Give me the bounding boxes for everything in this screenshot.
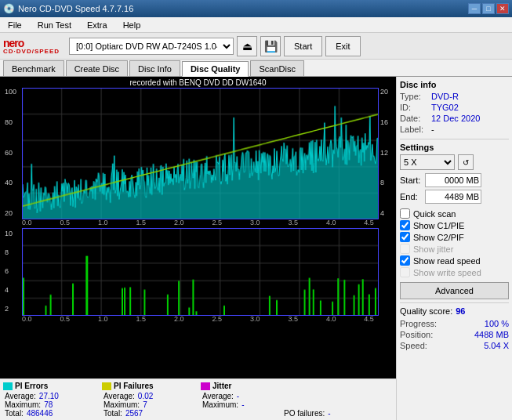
disc-id-label: ID: xyxy=(400,103,428,112)
disc-type-value: DVD-R xyxy=(431,92,459,101)
pi-total-value: 486446 xyxy=(27,409,53,418)
show-c2-label: Show C2/PIF xyxy=(413,233,464,242)
pi-errors-color xyxy=(3,382,13,390)
disc-label-row: Label: - xyxy=(400,125,509,134)
drive-dropdown[interactable]: [0:0] Optiarc DVD RW AD-7240S 1.04 xyxy=(69,38,234,55)
show-jitter-row: Show jitter xyxy=(400,244,509,254)
disc-date-row: Date: 12 Dec 2020 xyxy=(400,114,509,123)
end-row: End: xyxy=(400,190,509,204)
pi-errors-header: PI Errors xyxy=(3,382,97,390)
speed-stat-value: 5.04 X xyxy=(484,341,509,350)
pi-avg-label: Average: xyxy=(5,392,36,400)
quick-scan-label: Quick scan xyxy=(413,209,456,219)
jitter-max-value: - xyxy=(241,400,244,409)
pi-max-value: 78 xyxy=(44,400,53,409)
tab-disc-quality[interactable]: Disc Quality xyxy=(182,61,249,77)
nero-logo: nero CD·DVD/SPEED xyxy=(3,38,60,55)
divider-2 xyxy=(400,302,509,303)
show-write-speed-checkbox xyxy=(400,267,410,277)
pi-failures-stats: Average: 0.02 Maximum: 7 Total: 2567 xyxy=(102,392,196,418)
menu-run-test[interactable]: Run Test xyxy=(33,20,76,31)
jitter-max-label: Maximum: xyxy=(202,400,238,409)
progress-value: 100 % xyxy=(485,319,509,328)
show-c2-checkbox[interactable] xyxy=(400,232,410,242)
lower-chart-canvas xyxy=(22,228,379,316)
upper-chart: 100 80 60 40 20 20 16 12 8 4 xyxy=(3,88,393,217)
end-field-label: End: xyxy=(400,192,422,201)
quick-scan-row: Quick scan xyxy=(400,208,509,219)
lower-y-labels: 10 8 6 4 2 xyxy=(3,228,22,314)
start-row: Start: xyxy=(400,173,509,187)
minimize-button[interactable]: ─ xyxy=(468,3,481,14)
maximize-button[interactable]: □ xyxy=(482,3,495,14)
disc-type-label: Type: xyxy=(400,92,428,101)
disc-date-label: Date: xyxy=(400,114,428,123)
chart-section: recorded with BENQ DVD DD DW1640 100 80 … xyxy=(0,77,396,420)
show-write-speed-row: Show write speed xyxy=(400,267,509,277)
start-input[interactable] xyxy=(425,173,481,187)
jitter-stats: Average: - Maximum: - xyxy=(201,392,279,409)
tab-benchmark[interactable]: Benchmark xyxy=(3,60,64,76)
settings-title: Settings xyxy=(400,143,509,152)
jitter-legend: Jitter Average: - Maximum: - xyxy=(201,382,279,418)
end-input[interactable] xyxy=(425,190,481,204)
save-button[interactable]: 💾 xyxy=(260,36,281,56)
quality-score-row: Quality score: 96 xyxy=(400,306,509,316)
upper-y-labels-left: 100 80 60 40 20 xyxy=(3,88,22,217)
show-c2-row: Show C2/PIF xyxy=(400,232,509,242)
show-read-speed-checkbox[interactable] xyxy=(400,255,410,266)
tab-disc-info[interactable]: Disc Info xyxy=(129,60,180,76)
progress-label: Progress: xyxy=(400,319,437,328)
tab-bar: Benchmark Create Disc Disc Info Disc Qua… xyxy=(0,60,512,77)
jitter-avg-value: - xyxy=(237,392,239,400)
pi-failures-legend: PI Failures Average: 0.02 Maximum: 7 Tot… xyxy=(102,382,196,418)
pi-failures-label: PI Failures xyxy=(114,382,154,390)
legend-area: PI Errors Average: 27.10 Maximum: 78 Tot… xyxy=(0,378,396,420)
menu-file[interactable]: File xyxy=(3,20,27,31)
close-button[interactable]: ✕ xyxy=(496,3,509,14)
exit-button[interactable]: Exit xyxy=(325,36,360,56)
start-button[interactable]: Start xyxy=(284,36,322,56)
toolbar: nero CD·DVD/SPEED [0:0] Optiarc DVD RW A… xyxy=(0,33,512,60)
pif-total-value: 2567 xyxy=(125,409,143,418)
advanced-button[interactable]: Advanced xyxy=(400,282,509,299)
pif-avg-label: Average: xyxy=(103,392,135,400)
quality-score-value: 96 xyxy=(456,306,465,316)
show-c1-checkbox[interactable] xyxy=(400,220,410,230)
show-read-speed-row: Show read speed xyxy=(400,255,509,266)
speed-setting-row: 5 X Maximum 1 X 2 X 4 X 8 X ↺ xyxy=(400,154,509,170)
tab-scan-disc[interactable]: ScanDisc xyxy=(250,60,303,76)
lower-chart: 10 8 6 4 2 xyxy=(3,228,393,314)
title-bar-left: 💿 Nero CD-DVD Speed 4.7.7.16 xyxy=(3,3,133,14)
disc-label-value: - xyxy=(431,125,434,134)
disc-id-value: TYG02 xyxy=(431,103,459,112)
chart-title: recorded with BENQ DVD DD DW1640 xyxy=(3,78,393,87)
speed-dropdown[interactable]: 5 X Maximum 1 X 2 X 4 X 8 X xyxy=(400,154,455,170)
speed-stat-label: Speed: xyxy=(400,341,427,350)
pi-max-label: Maximum: xyxy=(5,400,41,409)
disc-info-section: Disc info Type: DVD-R ID: TYG02 Date: 12… xyxy=(400,80,509,134)
menu-help[interactable]: Help xyxy=(118,20,146,31)
jitter-label: Jitter xyxy=(212,382,231,390)
show-c1-row: Show C1/PIE xyxy=(400,220,509,230)
tab-create-disc[interactable]: Create Disc xyxy=(66,60,128,76)
pif-max-label: Maximum: xyxy=(103,400,140,409)
pif-max-value: 7 xyxy=(143,400,147,409)
title-bar: 💿 Nero CD-DVD Speed 4.7.7.16 ─ □ ✕ xyxy=(0,0,512,17)
main-content: recorded with BENQ DVD DD DW1640 100 80 … xyxy=(0,77,512,420)
settings-section: Settings 5 X Maximum 1 X 2 X 4 X 8 X ↺ S… xyxy=(400,143,509,204)
pi-errors-legend: PI Errors Average: 27.10 Maximum: 78 Tot… xyxy=(3,382,97,418)
eject-button[interactable]: ⏏ xyxy=(237,36,257,56)
po-failures-value: - xyxy=(328,409,330,418)
po-failures-row: PO failures: - xyxy=(284,382,331,418)
menu-extra[interactable]: Extra xyxy=(82,20,112,31)
divider-1 xyxy=(400,139,509,139)
quality-score-label: Quality score: xyxy=(400,306,452,316)
disc-label-label: Label: xyxy=(400,125,428,134)
refresh-button[interactable]: ↺ xyxy=(458,154,474,170)
quick-scan-checkbox[interactable] xyxy=(400,208,410,219)
disc-date-value: 12 Dec 2020 xyxy=(431,114,480,123)
pif-avg-value: 0.02 xyxy=(138,392,153,400)
pi-errors-label: PI Errors xyxy=(15,382,48,390)
disc-type-row: Type: DVD-R xyxy=(400,92,509,101)
